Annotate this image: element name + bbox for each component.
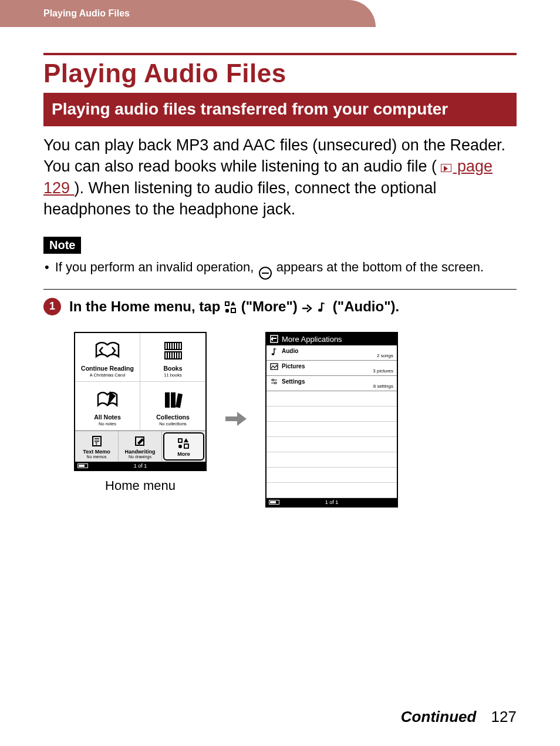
screenshots-row: Continue Reading A Christmas Carol: [74, 332, 517, 508]
svg-rect-20: [171, 392, 176, 408]
more-apps-icon: [166, 437, 202, 450]
home-tile-sub: 11 books: [143, 372, 203, 378]
apps-empty-row: [266, 422, 397, 437]
step-1-more: ("More"): [241, 298, 302, 314]
home-tile-continue-reading[interactable]: Continue Reading A Christmas Carol: [75, 333, 140, 382]
breadcrumb-text: Playing Audio Files: [43, 8, 130, 18]
battery-icon: [269, 500, 279, 505]
more-apps-screen-mock: More Applications Audio 2 songs Pictures…: [265, 332, 398, 508]
apps-empty-row: [266, 437, 397, 452]
apps-row-label: Settings: [282, 378, 305, 385]
title-rule: [43, 53, 517, 55]
step-1-a: In the Home menu, tap: [69, 298, 224, 314]
apps-row-label: Pictures: [282, 363, 305, 369]
apps-row-sub: 3 pictures: [373, 368, 393, 374]
page-number: 127: [491, 708, 517, 725]
step-1: 1 In the Home menu, tap ("More") ("Audio…: [43, 298, 517, 315]
svg-point-39: [274, 382, 276, 384]
more-apps-icon: [224, 301, 237, 314]
svg-rect-30: [184, 444, 188, 448]
note-text-a: If you perform an invalid operation,: [55, 260, 258, 274]
note-text-b: appears at the bottom of the screen.: [276, 260, 484, 274]
step-1-audio: ("Audio").: [333, 298, 399, 314]
home-tile-label: All Notes: [77, 414, 137, 421]
arrow-right-icon: [301, 303, 313, 314]
home-bottom-handwriting[interactable]: Handwriting No drawings: [119, 431, 162, 462]
note-text: If you perform an invalid operation, app…: [55, 258, 484, 280]
svg-rect-3: [231, 308, 235, 312]
home-bottom-sub: No memos: [76, 455, 117, 459]
more-apps-titlebar: More Applications: [266, 333, 397, 345]
home-tile-label: Collections: [143, 414, 203, 421]
home-status-bar: 1 of 1: [75, 462, 205, 470]
back-icon: [270, 335, 278, 343]
bookshelf-icon: [143, 339, 203, 362]
note-bullet: • If you perform an invalid operation, a…: [43, 258, 517, 289]
sliders-icon: [270, 378, 278, 385]
svg-marker-1: [231, 301, 235, 305]
home-screen-caption: Home menu: [74, 478, 207, 493]
apps-row-label: Audio: [282, 348, 298, 354]
svg-rect-0: [225, 302, 229, 305]
apps-empty-row: [266, 483, 397, 498]
apps-row-sub: 2 songs: [377, 353, 393, 359]
home-tile-collections[interactable]: Collections No collections: [140, 382, 205, 431]
continued-label: Continued: [401, 708, 477, 725]
apps-empty-row: [266, 391, 397, 406]
apps-status-bar: 1 of 1: [266, 498, 397, 506]
arrow-right-icon: [223, 332, 249, 429]
home-tile-sub: No collections: [143, 421, 203, 426]
apps-empty-row: [266, 468, 397, 483]
svg-rect-21: [175, 393, 182, 408]
apps-row-pictures[interactable]: Pictures 3 pictures: [266, 361, 397, 376]
home-bottom-more[interactable]: More: [163, 432, 204, 461]
home-bottom-text-memo[interactable]: T Text Memo No memos: [75, 431, 119, 462]
page-content: Playing Audio Files Playing audio files …: [43, 53, 517, 508]
home-bottom-label: Handwriting: [120, 449, 160, 455]
picture-icon: [270, 363, 278, 370]
apps-row-audio[interactable]: Audio 2 songs: [266, 345, 397, 361]
intro-text-b: ). When listening to audio files, connec…: [43, 179, 436, 218]
home-bottom-label: More: [166, 451, 202, 457]
intro-paragraph: You can play back MP3 and AAC files (uns…: [43, 135, 517, 220]
home-bottom-label: Text Memo: [76, 449, 117, 455]
home-bottom-sub: No drawings: [120, 455, 160, 459]
home-tile-sub: No notes: [77, 421, 137, 426]
bullet-dot: •: [43, 258, 55, 280]
step-number-badge: 1: [43, 298, 61, 315]
home-tile-all-notes[interactable]: All Notes No notes: [75, 382, 140, 431]
home-tile-label: Books: [143, 365, 203, 372]
handwriting-icon: [120, 435, 160, 448]
intro-text-a: You can play back MP3 and AAC files (uns…: [43, 136, 505, 175]
svg-point-2: [225, 309, 229, 312]
invalid-op-icon: [259, 267, 272, 280]
music-note-icon: [317, 301, 329, 314]
svg-point-34: [272, 353, 275, 355]
apps-empty-row: [266, 452, 397, 468]
apps-row-settings[interactable]: Settings 8 settings: [266, 376, 397, 391]
apps-empty-row: [266, 406, 397, 422]
svg-point-4: [318, 308, 322, 311]
apps-status-page: 1 of 1: [325, 499, 339, 505]
svg-rect-35: [271, 364, 278, 369]
svg-rect-27: [178, 439, 182, 442]
text-memo-icon: T: [76, 435, 117, 448]
home-menu-figure: Continue Reading A Christmas Carol: [74, 332, 207, 493]
book-open-arrows-icon: [77, 339, 137, 362]
more-apps-title-text: More Applications: [282, 335, 342, 344]
home-screen-mock: Continue Reading A Christmas Carol: [74, 332, 207, 471]
battery-icon: [77, 463, 88, 468]
home-status-page: 1 of 1: [134, 463, 147, 469]
page-ref-icon: [441, 164, 451, 172]
section-subtitle: Playing audio files transferred from you…: [43, 93, 517, 126]
svg-marker-28: [184, 438, 188, 442]
home-tile-books[interactable]: Books 11 books: [140, 333, 205, 382]
home-tile-sub: A Christmas Carol: [77, 372, 137, 378]
home-tile-label: Continue Reading: [77, 365, 137, 372]
note-pencil-icon: [77, 388, 137, 411]
apps-row-sub: 8 settings: [373, 384, 393, 389]
note-label: Note: [43, 237, 81, 254]
books-stack-icon: [143, 388, 203, 411]
svg-rect-19: [165, 392, 170, 408]
section-divider: [43, 289, 517, 290]
